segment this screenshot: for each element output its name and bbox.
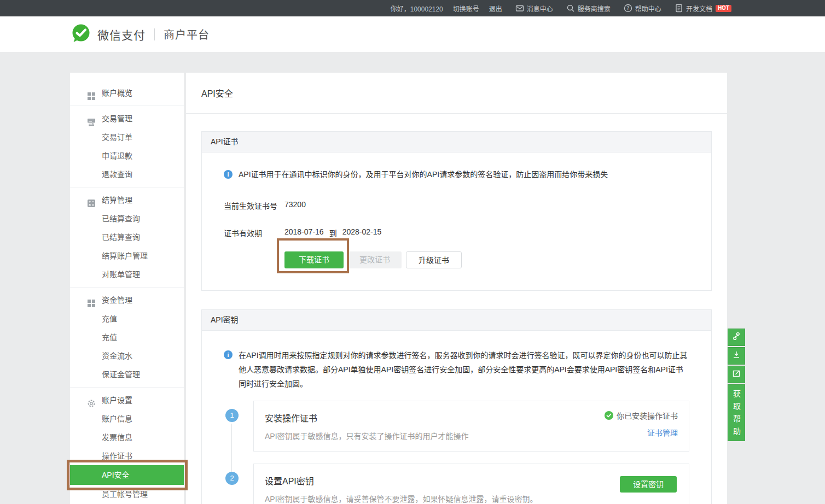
set-api-key-button[interactable]: 设置密钥: [620, 476, 677, 493]
topbar: 你好，100002120 切换账号 退出 消息中心 服务商搜索 ? 帮助中心 开…: [0, 0, 825, 16]
sidebar-label: 退款查询: [102, 170, 132, 179]
change-certificate-button[interactable]: 更改证书: [348, 251, 402, 268]
sidebar-label: 结算账户管理: [102, 251, 148, 260]
step-2-badge: 2: [225, 472, 239, 485]
help-center-link[interactable]: ? 帮助中心: [624, 4, 661, 13]
brand-divider: [154, 28, 155, 40]
sidebar-item-recharge[interactable]: 充值: [70, 309, 184, 328]
download-icon: [731, 350, 741, 362]
sidebar-item-settled-query-2[interactable]: 已结算查询: [70, 228, 184, 247]
grid-icon: [87, 296, 96, 304]
download-certificate-button[interactable]: 下载证书: [284, 251, 344, 268]
certificate-validity-row: 证书有效期 2018-07-16 到 2028-02-15: [224, 227, 689, 238]
portal-name: 商户平台: [164, 26, 210, 42]
step-badge-column: 2: [224, 464, 253, 504]
sidebar-label: 交易订单: [102, 133, 132, 142]
api-key-info-text: 在API调用时用来按照指定规则对你的请求参数进行签名，服务器收到你的请求时会进行…: [239, 351, 688, 388]
sidebar-item-funds-management[interactable]: 资金管理: [70, 291, 184, 309]
grid-icon: [87, 89, 96, 97]
transaction-icon: [87, 114, 96, 123]
question-circle-icon: ?: [624, 4, 632, 13]
sidebar-label: 资金流水: [102, 351, 132, 360]
provider-search-link[interactable]: 服务商搜索: [566, 4, 611, 13]
download-tool-button[interactable]: [728, 347, 745, 365]
quick-link-button[interactable]: [728, 329, 745, 346]
message-center-link[interactable]: 消息中心: [515, 4, 553, 13]
api-key-steps: 1 安装操作证书 API密钥属于敏感信息，只有安装了操作证书的用户才能操作: [224, 401, 689, 504]
calculator-icon: [87, 196, 96, 204]
api-key-panel-body: i 在API调用时用来按照指定规则对你的请求参数进行签名，服务器收到你的请求时会…: [202, 331, 711, 504]
sidebar-item-deposit-management[interactable]: 保证金管理: [70, 365, 184, 384]
check-circle-icon: [605, 411, 613, 420]
certificate-validity-from: 2018-07-16: [284, 227, 324, 238]
api-certificate-panel: API证书 i API证书用于在通讯中标识你的身份，及用于平台对你的API请求参…: [201, 131, 712, 291]
sidebar-section: 结算管理 已结算查询 已结算查询 结算账户管理 对账单管理: [70, 187, 184, 288]
step-2-title: 设置API密钥: [265, 474, 678, 487]
dev-docs-link[interactable]: 开发文档 HOT: [675, 4, 731, 13]
sidebar-item-operation-certificate[interactable]: 操作证书: [70, 447, 184, 465]
gear-icon: [87, 396, 96, 405]
wechat-check-icon: [70, 22, 92, 46]
sidebar-label: API安全: [102, 471, 130, 479]
step-1-status: 你已安装操作证书: [605, 410, 678, 421]
sidebar-item-funds-flow[interactable]: 资金流水: [70, 347, 184, 365]
step-2-card: 设置API密钥 API密钥属于敏感信息，请妥善保管不要泄露，如果怀疑信息泄露，请…: [253, 464, 689, 504]
sidebar-label: 充值: [102, 314, 117, 323]
feedback-button[interactable]: [728, 366, 745, 383]
sidebar-item-statement-management[interactable]: 对账单管理: [70, 265, 184, 284]
logout-link[interactable]: 退出: [489, 4, 502, 13]
search-icon: [566, 4, 575, 13]
sidebar-label: 充值: [102, 333, 117, 342]
sidebar-item-account-settings[interactable]: 账户设置: [70, 391, 184, 409]
get-help-button[interactable]: 获取帮助: [728, 384, 745, 441]
sidebar-item-account-info[interactable]: 账户信息: [70, 409, 184, 428]
step-1-right: 你已安装操作证书 证书管理: [605, 410, 678, 438]
main-content: API安全 API证书 i API证书用于在通讯中标识你的身份，及用于平台对你的…: [186, 73, 727, 504]
step-1-status-text: 你已安装操作证书: [617, 410, 678, 421]
sidebar-item-invoice-info[interactable]: 发票信息: [70, 428, 184, 447]
sidebar-item-apply-refund[interactable]: 申请退款: [70, 146, 184, 165]
sidebar-label: 已结算查询: [102, 233, 140, 242]
hot-badge: HOT: [716, 5, 731, 12]
document-icon: [675, 4, 683, 13]
certificate-validity-label: 证书有效期: [224, 227, 284, 238]
sidebar-item-transaction-orders[interactable]: 交易订单: [70, 128, 184, 146]
step-badge-column: 1: [224, 401, 253, 452]
sidebar-label: 结算管理: [102, 196, 132, 204]
sidebar-item-staff-account-management[interactable]: 员工帐号管理: [70, 485, 184, 503]
sidebar-section: 账户设置 账户信息 发票信息 操作证书 API安全 员工帐号管理: [70, 388, 184, 504]
sidebar-label: 发票信息: [102, 433, 132, 442]
step-install-certificate: 1 安装操作证书 API密钥属于敏感信息，只有安装了操作证书的用户才能操作: [224, 401, 689, 452]
sidebar-item-settled-query[interactable]: 已结算查询: [70, 209, 184, 228]
upgrade-certificate-button[interactable]: 升级证书: [406, 251, 462, 268]
page-title-block: API安全: [186, 73, 727, 114]
sidebar-item-api-security[interactable]: API安全: [70, 465, 184, 485]
dev-docs-label: 开发文档: [686, 4, 712, 13]
sidebar-item-recharge-2[interactable]: 充值: [70, 328, 184, 347]
svg-text:?: ?: [626, 5, 629, 11]
envelope-icon: [515, 4, 524, 13]
sidebar-label: 操作证书: [102, 452, 132, 460]
api-key-panel-title: API密钥: [202, 310, 711, 331]
provider-search-label: 服务商搜索: [578, 4, 611, 13]
sidebar-label: 账户概览: [102, 89, 132, 97]
sidebar-item-transaction-management[interactable]: 交易管理: [70, 109, 184, 128]
sidebar-item-account-overview[interactable]: 账户概览: [70, 84, 184, 102]
sidebar-item-settlement-management[interactable]: 结算管理: [70, 191, 184, 209]
sidebar-item-settlement-account-management[interactable]: 结算账户管理: [70, 247, 184, 265]
sidebar-section: 交易管理 交易订单 申请退款 退款查询: [70, 106, 184, 187]
link-icon: [731, 331, 741, 343]
site-header: 微信支付 商户平台: [0, 16, 825, 52]
certificate-buttons-row: 下载证书 更改证书 升级证书: [284, 251, 689, 268]
certificate-info-note: i API证书用于在通讯中标识你的身份，及用于平台对你的API请求参数的签名验证…: [224, 170, 689, 179]
switch-account-link[interactable]: 切换账号: [453, 4, 479, 13]
page-background: 账户概览 交易管理 交易订单 申请退款 退款查询 结算管理 已结算查询 已结算: [0, 52, 825, 504]
sidebar-label: 资金管理: [102, 296, 132, 304]
sidebar-item-refund-query[interactable]: 退款查询: [70, 165, 184, 184]
message-center-label: 消息中心: [527, 4, 553, 13]
info-icon: i: [224, 170, 233, 179]
api-certificate-panel-body: i API证书用于在通讯中标识你的身份，及用于平台对你的API请求参数的签名验证…: [202, 153, 711, 290]
certificate-management-link[interactable]: 证书管理: [647, 427, 678, 438]
api-key-info-note: i 在API调用时用来按照指定规则对你的请求参数进行签名，服务器收到你的请求时会…: [224, 348, 689, 391]
step-set-api-key: 2 设置API密钥 API密钥属于敏感信息，请妥善保管不要泄露，如果怀疑信息泄露…: [224, 464, 689, 504]
